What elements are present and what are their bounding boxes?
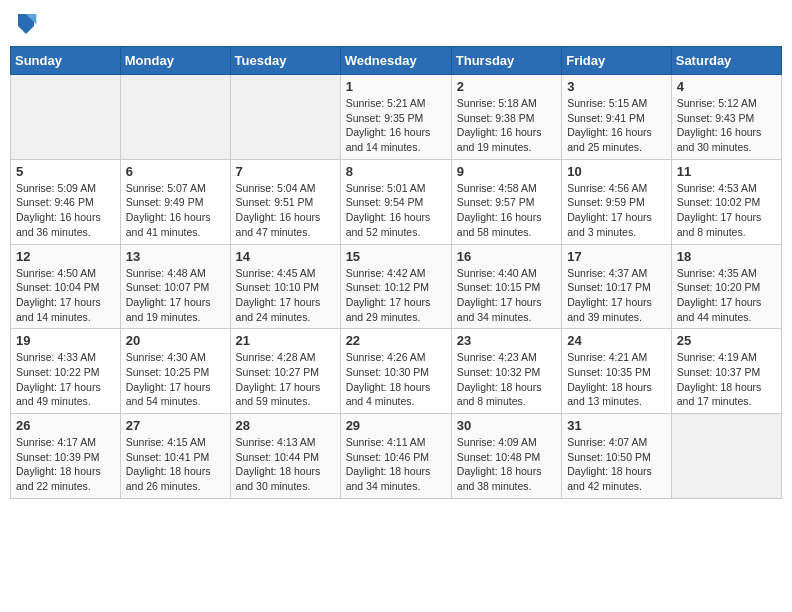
calendar-day-cell: 22Sunrise: 4:26 AMSunset: 10:30 PMDaylig…	[340, 329, 451, 414]
calendar-day-cell: 23Sunrise: 4:23 AMSunset: 10:32 PMDaylig…	[451, 329, 561, 414]
day-number: 4	[677, 79, 776, 94]
day-number: 27	[126, 418, 225, 433]
day-number: 16	[457, 249, 556, 264]
day-info: Sunrise: 5:21 AMSunset: 9:35 PMDaylight:…	[346, 96, 446, 155]
calendar-day-cell: 26Sunrise: 4:17 AMSunset: 10:39 PMDaylig…	[11, 414, 121, 499]
day-number: 28	[236, 418, 335, 433]
calendar-week-row: 1Sunrise: 5:21 AMSunset: 9:35 PMDaylight…	[11, 75, 782, 160]
calendar-day-cell: 30Sunrise: 4:09 AMSunset: 10:48 PMDaylig…	[451, 414, 561, 499]
day-number: 26	[16, 418, 115, 433]
day-info: Sunrise: 4:19 AMSunset: 10:37 PMDaylight…	[677, 350, 776, 409]
weekday-header: Monday	[120, 47, 230, 75]
day-number: 8	[346, 164, 446, 179]
calendar-day-cell	[120, 75, 230, 160]
day-number: 1	[346, 79, 446, 94]
day-info: Sunrise: 4:53 AMSunset: 10:02 PMDaylight…	[677, 181, 776, 240]
day-number: 10	[567, 164, 666, 179]
day-info: Sunrise: 5:18 AMSunset: 9:38 PMDaylight:…	[457, 96, 556, 155]
day-number: 6	[126, 164, 225, 179]
day-number: 3	[567, 79, 666, 94]
calendar-day-cell: 9Sunrise: 4:58 AMSunset: 9:57 PMDaylight…	[451, 159, 561, 244]
calendar-day-cell: 1Sunrise: 5:21 AMSunset: 9:35 PMDaylight…	[340, 75, 451, 160]
calendar-day-cell: 31Sunrise: 4:07 AMSunset: 10:50 PMDaylig…	[562, 414, 672, 499]
calendar-day-cell: 20Sunrise: 4:30 AMSunset: 10:25 PMDaylig…	[120, 329, 230, 414]
day-info: Sunrise: 4:15 AMSunset: 10:41 PMDaylight…	[126, 435, 225, 494]
calendar-week-row: 19Sunrise: 4:33 AMSunset: 10:22 PMDaylig…	[11, 329, 782, 414]
day-number: 22	[346, 333, 446, 348]
weekday-header: Saturday	[671, 47, 781, 75]
day-info: Sunrise: 5:01 AMSunset: 9:54 PMDaylight:…	[346, 181, 446, 240]
day-info: Sunrise: 4:50 AMSunset: 10:04 PMDaylight…	[16, 266, 115, 325]
calendar-day-cell: 21Sunrise: 4:28 AMSunset: 10:27 PMDaylig…	[230, 329, 340, 414]
calendar-day-cell: 8Sunrise: 5:01 AMSunset: 9:54 PMDaylight…	[340, 159, 451, 244]
calendar-header-row: SundayMondayTuesdayWednesdayThursdayFrid…	[11, 47, 782, 75]
weekday-header: Friday	[562, 47, 672, 75]
day-info: Sunrise: 4:17 AMSunset: 10:39 PMDaylight…	[16, 435, 115, 494]
day-number: 31	[567, 418, 666, 433]
calendar-day-cell: 27Sunrise: 4:15 AMSunset: 10:41 PMDaylig…	[120, 414, 230, 499]
day-number: 25	[677, 333, 776, 348]
calendar-day-cell: 5Sunrise: 5:09 AMSunset: 9:46 PMDaylight…	[11, 159, 121, 244]
day-info: Sunrise: 4:23 AMSunset: 10:32 PMDaylight…	[457, 350, 556, 409]
day-info: Sunrise: 5:07 AMSunset: 9:49 PMDaylight:…	[126, 181, 225, 240]
calendar-day-cell: 17Sunrise: 4:37 AMSunset: 10:17 PMDaylig…	[562, 244, 672, 329]
calendar-week-row: 12Sunrise: 4:50 AMSunset: 10:04 PMDaylig…	[11, 244, 782, 329]
calendar-day-cell: 10Sunrise: 4:56 AMSunset: 9:59 PMDayligh…	[562, 159, 672, 244]
day-info: Sunrise: 4:21 AMSunset: 10:35 PMDaylight…	[567, 350, 666, 409]
day-info: Sunrise: 5:15 AMSunset: 9:41 PMDaylight:…	[567, 96, 666, 155]
logo-icon	[14, 10, 38, 38]
page-header	[10, 10, 782, 38]
day-info: Sunrise: 5:04 AMSunset: 9:51 PMDaylight:…	[236, 181, 335, 240]
calendar-day-cell: 14Sunrise: 4:45 AMSunset: 10:10 PMDaylig…	[230, 244, 340, 329]
day-number: 5	[16, 164, 115, 179]
calendar-day-cell: 4Sunrise: 5:12 AMSunset: 9:43 PMDaylight…	[671, 75, 781, 160]
day-info: Sunrise: 4:07 AMSunset: 10:50 PMDaylight…	[567, 435, 666, 494]
calendar-week-row: 26Sunrise: 4:17 AMSunset: 10:39 PMDaylig…	[11, 414, 782, 499]
day-number: 2	[457, 79, 556, 94]
day-number: 12	[16, 249, 115, 264]
day-info: Sunrise: 4:58 AMSunset: 9:57 PMDaylight:…	[457, 181, 556, 240]
calendar-week-row: 5Sunrise: 5:09 AMSunset: 9:46 PMDaylight…	[11, 159, 782, 244]
calendar-day-cell: 15Sunrise: 4:42 AMSunset: 10:12 PMDaylig…	[340, 244, 451, 329]
calendar-day-cell: 16Sunrise: 4:40 AMSunset: 10:15 PMDaylig…	[451, 244, 561, 329]
day-info: Sunrise: 4:28 AMSunset: 10:27 PMDaylight…	[236, 350, 335, 409]
day-info: Sunrise: 4:30 AMSunset: 10:25 PMDaylight…	[126, 350, 225, 409]
calendar-day-cell: 25Sunrise: 4:19 AMSunset: 10:37 PMDaylig…	[671, 329, 781, 414]
day-info: Sunrise: 5:09 AMSunset: 9:46 PMDaylight:…	[16, 181, 115, 240]
weekday-header: Sunday	[11, 47, 121, 75]
calendar-day-cell: 11Sunrise: 4:53 AMSunset: 10:02 PMDaylig…	[671, 159, 781, 244]
calendar-day-cell: 24Sunrise: 4:21 AMSunset: 10:35 PMDaylig…	[562, 329, 672, 414]
day-info: Sunrise: 4:11 AMSunset: 10:46 PMDaylight…	[346, 435, 446, 494]
day-info: Sunrise: 4:42 AMSunset: 10:12 PMDaylight…	[346, 266, 446, 325]
day-info: Sunrise: 4:09 AMSunset: 10:48 PMDaylight…	[457, 435, 556, 494]
calendar-day-cell: 28Sunrise: 4:13 AMSunset: 10:44 PMDaylig…	[230, 414, 340, 499]
day-info: Sunrise: 5:12 AMSunset: 9:43 PMDaylight:…	[677, 96, 776, 155]
calendar-day-cell: 7Sunrise: 5:04 AMSunset: 9:51 PMDaylight…	[230, 159, 340, 244]
calendar-day-cell: 29Sunrise: 4:11 AMSunset: 10:46 PMDaylig…	[340, 414, 451, 499]
weekday-header: Thursday	[451, 47, 561, 75]
day-info: Sunrise: 4:35 AMSunset: 10:20 PMDaylight…	[677, 266, 776, 325]
calendar-day-cell: 3Sunrise: 5:15 AMSunset: 9:41 PMDaylight…	[562, 75, 672, 160]
day-number: 7	[236, 164, 335, 179]
day-info: Sunrise: 4:37 AMSunset: 10:17 PMDaylight…	[567, 266, 666, 325]
calendar-day-cell: 19Sunrise: 4:33 AMSunset: 10:22 PMDaylig…	[11, 329, 121, 414]
day-number: 24	[567, 333, 666, 348]
day-number: 30	[457, 418, 556, 433]
day-number: 11	[677, 164, 776, 179]
day-info: Sunrise: 4:56 AMSunset: 9:59 PMDaylight:…	[567, 181, 666, 240]
calendar-table: SundayMondayTuesdayWednesdayThursdayFrid…	[10, 46, 782, 499]
calendar-day-cell	[230, 75, 340, 160]
calendar-day-cell: 12Sunrise: 4:50 AMSunset: 10:04 PMDaylig…	[11, 244, 121, 329]
day-info: Sunrise: 4:13 AMSunset: 10:44 PMDaylight…	[236, 435, 335, 494]
day-number: 13	[126, 249, 225, 264]
day-info: Sunrise: 4:45 AMSunset: 10:10 PMDaylight…	[236, 266, 335, 325]
calendar-day-cell: 6Sunrise: 5:07 AMSunset: 9:49 PMDaylight…	[120, 159, 230, 244]
day-number: 29	[346, 418, 446, 433]
day-number: 18	[677, 249, 776, 264]
day-number: 23	[457, 333, 556, 348]
calendar-day-cell	[671, 414, 781, 499]
calendar-day-cell	[11, 75, 121, 160]
weekday-header: Wednesday	[340, 47, 451, 75]
day-number: 19	[16, 333, 115, 348]
day-number: 9	[457, 164, 556, 179]
